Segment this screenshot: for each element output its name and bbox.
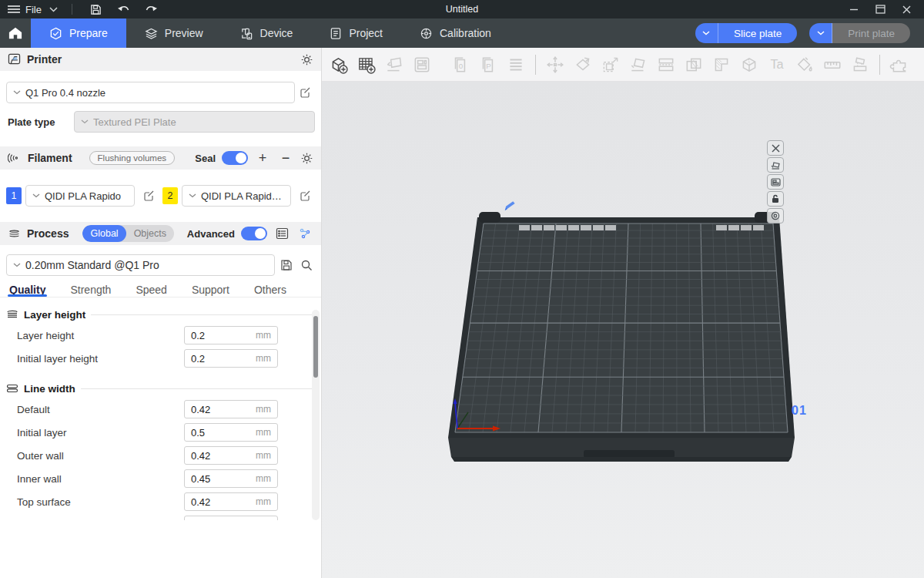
redo-button[interactable]: [142, 1, 162, 18]
param-value[interactable]: 0.45: [185, 519, 256, 521]
printer-settings-gear-icon[interactable]: [300, 53, 313, 66]
param-input[interactable]: 0.42 mm: [184, 492, 278, 511]
paint-button[interactable]: [791, 52, 819, 77]
scope-global[interactable]: Global: [82, 225, 126, 242]
text-button[interactable]: Ta: [763, 52, 791, 77]
flushing-volumes-button[interactable]: Flushing volumes: [89, 151, 175, 165]
search-preset-button[interactable]: [298, 257, 315, 274]
move-button[interactable]: [541, 52, 569, 77]
save-preset-button[interactable]: [278, 257, 295, 274]
variable-layer-button[interactable]: [708, 52, 735, 77]
plate-lock-button[interactable]: [767, 191, 784, 207]
filament-2-edit-button[interactable]: [295, 190, 315, 202]
plate-arrange-button[interactable]: [767, 174, 784, 190]
filament-1-badge[interactable]: 1: [6, 187, 22, 204]
add-filament-button[interactable]: +: [254, 151, 271, 165]
file-menu[interactable]: File: [8, 4, 42, 15]
param-list-button[interactable]: [273, 225, 290, 242]
process-preset-dropdown[interactable]: 0.20mm Standard @Q1 Pro: [6, 254, 275, 276]
plate-type-dropdown[interactable]: Textured PEI Plate: [74, 111, 315, 133]
rotate-button[interactable]: [569, 52, 597, 77]
tab-speed[interactable]: Speed: [136, 284, 166, 297]
tab-support[interactable]: Support: [192, 284, 229, 297]
filament-2-badge[interactable]: 2: [162, 187, 178, 204]
layers-button[interactable]: [502, 52, 530, 77]
filament-1-edit-button[interactable]: [139, 190, 159, 202]
filament-1-dropdown[interactable]: QIDI PLA Rapido: [25, 185, 135, 207]
split-button[interactable]: [652, 52, 680, 77]
remove-filament-button[interactable]: −: [277, 151, 294, 165]
assembly-button[interactable]: [886, 52, 913, 77]
filament-2-dropdown[interactable]: QIDI PLA Rapido M...: [182, 185, 291, 207]
home-button[interactable]: [0, 18, 31, 48]
slice-plate-button[interactable]: Slice plate: [695, 23, 797, 43]
tab-strength[interactable]: Strength: [70, 284, 111, 297]
param-input[interactable]: 0.5 mm: [184, 423, 278, 442]
param-value[interactable]: 0.42: [185, 496, 256, 508]
lay-flat-button[interactable]: [624, 52, 652, 77]
params-scrollbar[interactable]: [312, 310, 320, 520]
arrange-button[interactable]: [408, 52, 436, 77]
save-button[interactable]: [86, 1, 106, 18]
param-value[interactable]: 0.5: [185, 427, 256, 439]
printer-icon: [8, 53, 21, 66]
print-plate-button[interactable]: Print plate: [809, 23, 910, 43]
chevron-down-icon[interactable]: [49, 7, 58, 12]
print-options-chevron[interactable]: [809, 23, 832, 43]
plate-delete-button[interactable]: [767, 140, 784, 156]
param-input[interactable]: 0.2 mm: [184, 326, 278, 344]
support-paint-button[interactable]: [846, 52, 874, 77]
tab-device[interactable]: Device: [222, 18, 312, 48]
calibration-icon: [420, 27, 433, 40]
search-params-icon[interactable]: [296, 225, 313, 242]
slice-options-chevron[interactable]: [695, 23, 718, 43]
seal-toggle[interactable]: [222, 151, 248, 165]
param-value[interactable]: 0.2: [185, 353, 256, 365]
boolean-button[interactable]: [735, 52, 763, 77]
param-input[interactable]: 0.42 mm: [184, 446, 278, 465]
process-tabs: Quality Strength Speed Support Others: [0, 276, 321, 297]
param-input[interactable]: 0.42 mm: [184, 400, 278, 418]
tab-others[interactable]: Others: [254, 284, 286, 297]
printer-preset-dropdown[interactable]: Q1 Pro 0.4 nozzle: [6, 82, 295, 103]
tab-calibration[interactable]: Calibration: [401, 18, 510, 48]
copy-button[interactable]: 0: [447, 52, 474, 77]
tab-project[interactable]: Project: [311, 18, 401, 48]
viewport-3d[interactable]: 01: [322, 82, 924, 578]
param-input[interactable]: 0.45 mm: [184, 469, 278, 488]
advanced-toggle[interactable]: [241, 227, 267, 240]
scope-objects[interactable]: Objects: [126, 225, 174, 242]
process-scope-switch[interactable]: Global Objects: [82, 225, 174, 242]
maximize-button[interactable]: [867, 1, 893, 18]
tab-preview[interactable]: Preview: [126, 18, 222, 48]
param-input[interactable]: 0.45 mm: [184, 516, 278, 520]
close-button[interactable]: [893, 1, 919, 18]
param-value[interactable]: 0.42: [185, 404, 256, 415]
paste-button[interactable]: P: [474, 52, 502, 77]
auto-orient-button[interactable]: [380, 52, 408, 77]
undo-button[interactable]: [114, 1, 134, 18]
plate-name-edit-icon[interactable]: [502, 199, 517, 215]
plate-settings-button[interactable]: [767, 208, 784, 223]
measure-button[interactable]: [819, 52, 846, 77]
param-value[interactable]: 0.45: [185, 473, 256, 485]
build-plate[interactable]: [322, 82, 923, 578]
add-model-button[interactable]: [325, 52, 353, 77]
minimize-button[interactable]: [841, 1, 867, 18]
param-value[interactable]: 0.2: [185, 330, 256, 341]
param-value[interactable]: 0.42: [185, 450, 256, 462]
tab-quality[interactable]: Quality: [9, 284, 45, 297]
scale-button[interactable]: [597, 52, 624, 77]
plate-number-label[interactable]: 01: [792, 404, 807, 418]
plate-orient-button[interactable]: [767, 157, 784, 173]
param-label: Default: [17, 404, 184, 415]
printer-section-header: Printer: [0, 48, 321, 71]
add-plate-button[interactable]: [353, 52, 380, 77]
scrollbar-thumb[interactable]: [313, 316, 318, 378]
printer-edit-button[interactable]: [295, 86, 315, 99]
param-input[interactable]: 0.2 mm: [184, 349, 278, 368]
clone-button[interactable]: [680, 52, 708, 77]
filament-settings-gear-icon[interactable]: [300, 152, 313, 165]
tab-prepare[interactable]: Prepare: [31, 18, 126, 48]
param-label: Initial layer: [17, 427, 184, 439]
